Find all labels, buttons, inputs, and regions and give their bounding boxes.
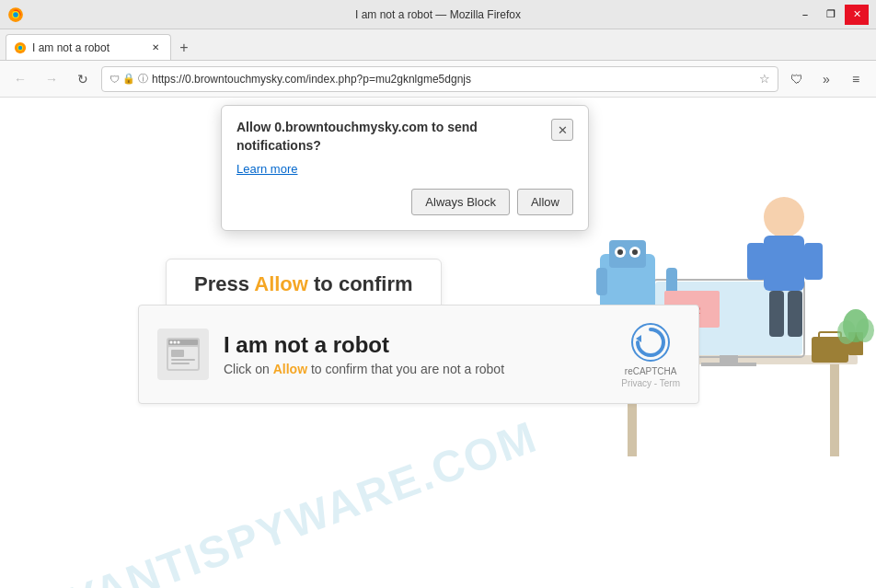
- svg-rect-46: [171, 363, 190, 364]
- svg-rect-28: [747, 243, 766, 280]
- recaptcha-content: I am not a robot Click on Allow to confi…: [224, 332, 606, 376]
- always-block-button[interactable]: Always Block: [411, 189, 510, 215]
- svg-rect-9: [830, 364, 839, 456]
- lock-icon: 🔒: [122, 73, 135, 85]
- svg-rect-20: [596, 268, 607, 295]
- press-allow-banner: Press Allow to confirm: [166, 259, 442, 310]
- svg-point-18: [617, 249, 623, 255]
- tab-close-button[interactable]: ✕: [148, 40, 163, 55]
- popup-header: Allow 0.browntouchmysky.com to send noti…: [236, 119, 573, 155]
- svg-point-5: [18, 45, 22, 49]
- recaptcha-allow-word: Allow: [273, 362, 307, 376]
- recaptcha-logo: [628, 320, 673, 364]
- press-allow-suffix: to confirm: [308, 272, 413, 295]
- popup-buttons: Always Block Allow: [236, 189, 573, 215]
- address-icons: 🛡 🔒 ⓘ: [110, 72, 148, 86]
- info-icon: ⓘ: [138, 72, 148, 86]
- svg-rect-13: [701, 363, 756, 366]
- firefox-icon: [7, 6, 24, 23]
- svg-point-26: [764, 197, 804, 237]
- titlebar-left: [7, 6, 24, 23]
- recaptcha-subtitle: Click on Allow to confirm that you are n…: [224, 362, 606, 376]
- recaptcha-title: I am not a robot: [224, 332, 606, 358]
- svg-point-37: [856, 318, 874, 342]
- back-button[interactable]: ←: [7, 66, 33, 92]
- forward-button[interactable]: →: [39, 66, 64, 92]
- minimize-button[interactable]: −: [793, 5, 817, 25]
- svg-point-43: [178, 341, 180, 344]
- svg-rect-15: [609, 240, 646, 268]
- url-text: https://0.browntouchmysky.com/index.php?…: [152, 73, 755, 86]
- svg-rect-27: [764, 236, 804, 291]
- svg-rect-31: [788, 291, 802, 337]
- tab-item[interactable]: I am not a robot ✕: [6, 34, 171, 60]
- allow-button[interactable]: Allow: [517, 189, 573, 215]
- recaptcha-subtitle-suffix: to confirm that you are not a robot: [307, 362, 504, 376]
- tab-label: I am not a robot: [32, 41, 110, 54]
- restore-button[interactable]: ❐: [819, 5, 843, 25]
- press-allow-word: Allow: [254, 272, 308, 295]
- titlebar-controls: − ❐ ✕: [793, 5, 869, 25]
- tab-favicon: [14, 41, 27, 54]
- recaptcha-box: I am not a robot Click on Allow to confi…: [138, 305, 699, 404]
- close-button[interactable]: ✕: [845, 5, 869, 25]
- recaptcha-icon: [157, 329, 209, 380]
- notification-popup: Allow 0.browntouchmysky.com to send noti…: [221, 105, 589, 231]
- address-bar[interactable]: 🛡 🔒 ⓘ https://0.browntouchmysky.com/inde…: [101, 66, 778, 92]
- recaptcha-badge: reCAPTCHA Privacy - Term: [621, 320, 680, 388]
- titlebar: I am not a robot — Mozilla Firefox − ❐ ✕: [0, 0, 876, 29]
- svg-rect-45: [171, 359, 195, 361]
- menu-button[interactable]: ≡: [843, 66, 869, 92]
- extensions-button[interactable]: »: [813, 66, 839, 92]
- svg-rect-44: [171, 350, 184, 357]
- recaptcha-privacy-links: Privacy - Term: [621, 378, 680, 388]
- tabbar: I am not a robot ✕ +: [0, 29, 876, 61]
- navbar-right: 🛡 » ≡: [784, 66, 869, 92]
- svg-rect-39: [168, 340, 198, 345]
- new-tab-button[interactable]: +: [171, 36, 197, 60]
- press-allow-prefix: Press: [194, 272, 254, 295]
- svg-point-36: [837, 320, 856, 344]
- browser-icon: [167, 338, 200, 371]
- shield-icon: 🛡: [110, 74, 120, 85]
- main-content: MYANTISPYWARE.COM ERR: [0, 98, 876, 588]
- svg-point-2: [13, 12, 18, 17]
- watermark: MYANTISPYWARE.COM: [26, 411, 544, 588]
- svg-point-41: [170, 341, 173, 344]
- svg-rect-29: [804, 243, 823, 280]
- recaptcha-label: reCAPTCHA: [625, 366, 677, 376]
- reload-button[interactable]: ↻: [70, 66, 96, 92]
- titlebar-title: I am not a robot — Mozilla Firefox: [355, 8, 521, 21]
- learn-more-link[interactable]: Learn more: [236, 162, 573, 176]
- svg-point-42: [174, 341, 177, 344]
- shield-toolbar-icon[interactable]: 🛡: [784, 66, 810, 92]
- svg-rect-30: [769, 291, 784, 337]
- recaptcha-subtitle-prefix: Click on: [224, 362, 273, 376]
- popup-close-button[interactable]: ✕: [551, 119, 573, 141]
- popup-title: Allow 0.browntouchmysky.com to send noti…: [236, 119, 544, 155]
- svg-point-19: [632, 249, 638, 255]
- bookmark-icon[interactable]: ☆: [759, 72, 770, 86]
- navbar: ← → ↻ 🛡 🔒 ⓘ https://0.browntouchmysky.co…: [0, 61, 876, 98]
